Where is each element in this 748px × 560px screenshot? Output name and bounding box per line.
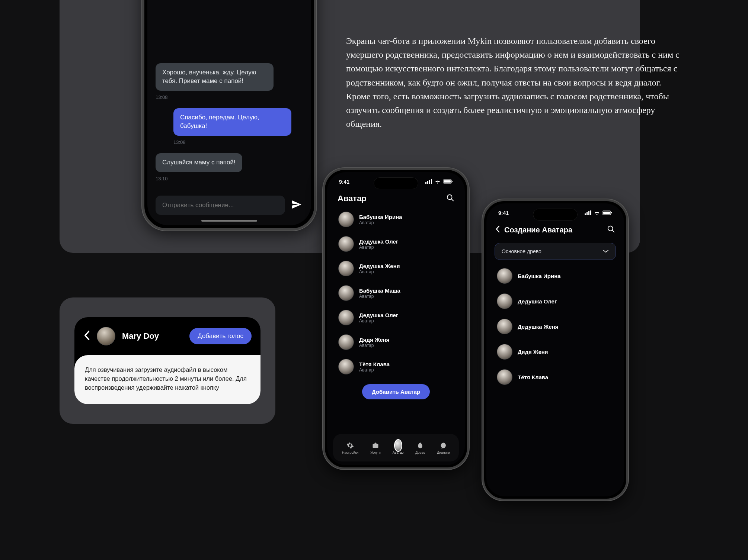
- phone-chat-screen: Хорошо, внученька, жду. Целую тебя. Прив…: [147, 0, 311, 225]
- voice-person-name: Mary Doy: [122, 331, 183, 341]
- tab-label: Диалоги: [437, 451, 450, 454]
- search-icon[interactable]: [607, 225, 615, 235]
- avatar: [338, 261, 354, 276]
- avatar: [497, 268, 512, 284]
- send-icon[interactable]: [290, 198, 303, 212]
- list-item[interactable]: Дедушка Женя: [495, 316, 615, 337]
- avatar: [338, 285, 354, 301]
- person-name: Дедушка Олег: [518, 298, 557, 305]
- tab-settings[interactable]: Настройки: [342, 441, 358, 454]
- avatar: [497, 319, 512, 334]
- avatar: [97, 327, 115, 345]
- create-avatar-list: Бабушка Ирина Дедушка Олег Дедушка Женя …: [486, 264, 624, 389]
- tab-label: Аватар: [393, 451, 404, 454]
- search-icon[interactable]: [446, 194, 454, 203]
- phone-create-avatar-screen: 9:41 Создание Аватара Основное древо: [486, 203, 624, 496]
- avatar: [338, 334, 354, 350]
- svg-rect-11: [586, 212, 588, 215]
- chat-icon: [439, 441, 448, 450]
- list-item[interactable]: Дядя Женя: [495, 341, 615, 363]
- phone-avatar-list-screen: 9:41 Аватар Бабушка Ирина Аватар: [327, 172, 465, 465]
- svg-rect-5: [444, 180, 451, 183]
- page-title: Создание Аватара: [504, 226, 602, 234]
- person-name: Дядя Женя: [518, 349, 548, 355]
- svg-rect-1: [427, 181, 428, 184]
- svg-rect-10: [585, 213, 586, 215]
- voice-card-header: Mary Doy Добавить голос: [74, 317, 260, 355]
- tab-services[interactable]: Услуги: [370, 441, 381, 454]
- tab-dialogs[interactable]: Диалоги: [437, 441, 450, 454]
- avatar-subtitle: Аватар: [359, 343, 390, 348]
- avatar-name: Дедушка Олег: [359, 312, 398, 318]
- signal-icon: [585, 210, 591, 216]
- avatar-subtitle: Аватар: [359, 220, 402, 225]
- avatar-name: Дедушка Женя: [359, 263, 400, 269]
- voice-card: Mary Doy Добавить голос Для озвучивания …: [74, 317, 260, 404]
- chat-bubble-outgoing: Спасибо, передам. Целую, бабушка!: [173, 108, 291, 136]
- tab-label: Настройки: [342, 451, 358, 454]
- chat-timestamp: 13:08: [173, 139, 303, 145]
- svg-line-8: [451, 199, 454, 201]
- avatar-row[interactable]: Дядя Женя Аватар: [336, 331, 456, 353]
- svg-rect-2: [429, 180, 430, 184]
- voice-panel: Mary Doy Добавить голос Для озвучивания …: [60, 297, 275, 424]
- avatar-subtitle: Аватар: [359, 245, 398, 250]
- tab-tree[interactable]: Древо: [415, 441, 425, 454]
- avatar: [338, 212, 354, 227]
- avatar-row[interactable]: Дедушка Олег Аватар: [336, 307, 456, 328]
- avatar-name: Тётя Клава: [359, 361, 390, 367]
- list-item[interactable]: Тётя Клава: [495, 366, 615, 388]
- avatar-row[interactable]: Тётя Клава Аватар: [336, 356, 456, 377]
- feature-description: Экраны чат-бота в приложении Mykin позво…: [346, 34, 684, 131]
- back-icon[interactable]: [83, 330, 90, 342]
- battery-icon: [443, 179, 453, 185]
- chevron-down-icon: [603, 248, 609, 254]
- phone-create-avatar-frame: 9:41 Создание Аватара Основное древо: [482, 199, 628, 501]
- dynamic-island: [533, 209, 578, 221]
- avatar-list: Бабушка Ирина Аватар Дедушка Олег Аватар…: [327, 206, 465, 399]
- person-name: Бабушка Ирина: [518, 273, 561, 279]
- wifi-icon: [434, 179, 441, 185]
- avatar-subtitle: Аватар: [359, 318, 398, 324]
- avatar-subtitle: Аватар: [359, 294, 400, 299]
- chat-bubble-incoming: Слушайся маму с папой!: [156, 153, 242, 172]
- tab-bar: Настройки Услуги Аватар Древо Диалоги: [333, 434, 459, 461]
- gear-icon: [346, 441, 354, 450]
- list-item[interactable]: Дедушка Олег: [495, 290, 615, 312]
- svg-rect-0: [425, 182, 426, 184]
- svg-rect-6: [452, 181, 453, 182]
- svg-rect-9: [373, 444, 378, 448]
- avatar: [338, 236, 354, 252]
- chat-timestamp: 13:08: [156, 94, 303, 100]
- svg-rect-13: [590, 210, 591, 215]
- leaf-icon: [416, 441, 424, 450]
- svg-rect-3: [431, 179, 432, 184]
- svg-rect-15: [603, 212, 610, 214]
- phone-avatar-list-frame: 9:41 Аватар Бабушка Ирина Аватар: [323, 168, 469, 469]
- avatar-name: Дядя Женя: [359, 337, 390, 343]
- status-time: 9:41: [339, 179, 349, 185]
- avatar-icon: [394, 441, 402, 450]
- svg-rect-12: [588, 211, 589, 215]
- avatar: [338, 310, 354, 325]
- add-voice-button[interactable]: Добавить голос: [189, 328, 252, 344]
- back-icon[interactable]: [495, 225, 500, 234]
- briefcase-icon: [371, 441, 380, 450]
- avatar: [497, 293, 512, 309]
- add-avatar-button[interactable]: Добавить Аватар: [362, 384, 430, 399]
- svg-line-18: [612, 230, 614, 232]
- chat-input[interactable]: [156, 196, 285, 215]
- tab-label: Услуги: [370, 451, 381, 454]
- avatar-name: Дедушка Олег: [359, 238, 398, 245]
- avatar-row[interactable]: Бабушка Маша Аватар: [336, 282, 456, 304]
- svg-rect-16: [611, 212, 612, 213]
- avatar-row[interactable]: Дедушка Женя Аватар: [336, 258, 456, 279]
- tab-avatar[interactable]: Аватар: [393, 441, 404, 454]
- tree-select-dropdown[interactable]: Основное древо: [495, 243, 616, 260]
- avatar-row[interactable]: Дедушка Олег Аватар: [336, 233, 456, 255]
- status-time: 9:41: [498, 210, 509, 216]
- chat-bubble-incoming: Хорошо, внученька, жду. Целую тебя. Прив…: [156, 63, 274, 91]
- avatar: [338, 359, 354, 374]
- list-item[interactable]: Бабушка Ирина: [495, 265, 615, 287]
- avatar-row[interactable]: Бабушка Ирина Аватар: [336, 209, 456, 230]
